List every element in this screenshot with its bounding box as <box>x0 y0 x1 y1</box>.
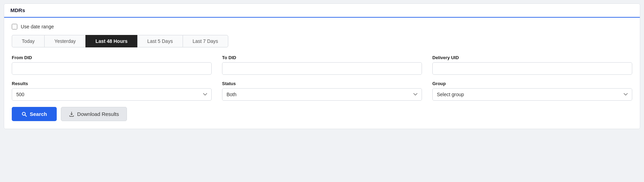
date-range-row: Use date range <box>12 24 632 29</box>
to-did-group: To DID <box>222 55 422 75</box>
fields-row-1: From DID To DID Delivery UID <box>12 55 632 75</box>
status-group: Status Both Delivered Failed <box>222 81 422 101</box>
tab-last-5-days[interactable]: Last 5 Days <box>137 35 183 47</box>
page-body: Use date range Today Yesterday Last 48 H… <box>4 18 640 129</box>
search-label: Search <box>30 111 47 117</box>
search-button[interactable]: Search <box>12 107 57 121</box>
group-group: Group Select group <box>432 81 632 101</box>
date-range-label: Use date range <box>21 24 54 29</box>
download-button[interactable]: Download Results <box>61 107 127 121</box>
delivery-uid-label: Delivery UID <box>432 55 632 60</box>
to-did-label: To DID <box>222 55 422 60</box>
page-container: MDRs Use date range Today Yesterday Last… <box>4 3 640 129</box>
to-did-input[interactable] <box>222 62 422 75</box>
tab-last-48-hours[interactable]: Last 48 Hours <box>85 35 137 47</box>
actions-row: Search Download Results <box>12 107 632 121</box>
group-label: Group <box>432 81 632 86</box>
download-icon <box>69 111 74 117</box>
search-icon <box>21 111 27 117</box>
tab-yesterday[interactable]: Yesterday <box>44 35 85 47</box>
fields-row-2: Results 100 250 500 1000 2500 Status Bot… <box>12 81 632 101</box>
download-label: Download Results <box>77 111 119 117</box>
delivery-uid-input[interactable] <box>432 62 632 75</box>
tab-today[interactable]: Today <box>12 35 44 47</box>
page-header: MDRs <box>4 4 640 18</box>
tabs-row: Today Yesterday Last 48 Hours Last 5 Day… <box>12 35 632 47</box>
use-date-range-checkbox[interactable] <box>12 24 17 29</box>
results-label: Results <box>12 81 212 86</box>
from-did-label: From DID <box>12 55 212 60</box>
results-group: Results 100 250 500 1000 2500 <box>12 81 212 101</box>
group-select[interactable]: Select group <box>432 88 632 101</box>
results-select[interactable]: 100 250 500 1000 2500 <box>12 88 212 101</box>
from-did-group: From DID <box>12 55 212 75</box>
status-label: Status <box>222 81 422 86</box>
svg-line-1 <box>25 115 26 116</box>
from-did-input[interactable] <box>12 62 212 75</box>
delivery-uid-group: Delivery UID <box>432 55 632 75</box>
tab-last-7-days[interactable]: Last 7 Days <box>183 35 228 47</box>
status-select[interactable]: Both Delivered Failed <box>222 88 422 101</box>
page-title: MDRs <box>10 7 25 13</box>
